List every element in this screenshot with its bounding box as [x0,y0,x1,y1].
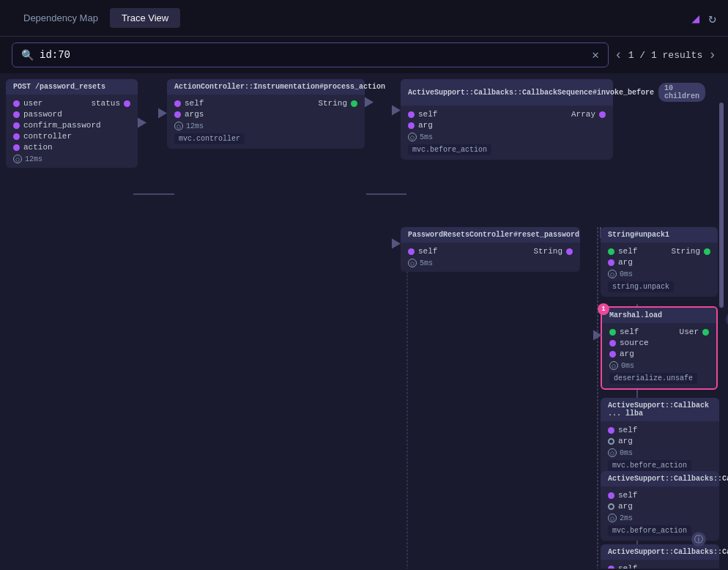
port-right: status [91,99,130,108]
dot [174,100,181,107]
arrow-in [392,239,401,249]
node-title: Marshal.load [609,311,662,319]
type-array: Array [571,110,595,119]
port-left: password [13,110,62,119]
port-row: password [13,110,130,119]
port-row: self String [608,247,710,256]
port-left: controller [13,132,72,141]
node-title: ActiveSupport::Callback ... llba [608,401,712,418]
port-row: arg [608,258,710,267]
node-active-support-callback-3[interactable]: ActiveSupport::Callbacks::Callba self ar… [601,544,719,569]
result-count: 1 / 1 results [628,50,702,61]
arrow-in [392,106,401,116]
dot-green [704,248,710,255]
port-left: self [608,564,637,569]
tab-dependency-map[interactable]: Dependency Map [12,8,110,28]
search-input[interactable] [40,49,586,61]
port-row: self User [609,327,709,336]
dot [608,566,614,569]
node-active-support-callback-1[interactable]: ActiveSupport::Callback ... llba self ar… [601,398,719,475]
dot [13,111,20,118]
port-right: String [671,247,710,256]
type-string: String [318,99,347,108]
port-row: arg [608,437,712,445]
field-self: self [620,327,639,336]
port-row: arg [609,349,709,358]
prev-result-button[interactable]: ‹ [614,48,623,62]
port-left: arg [608,437,633,445]
trace-canvas: POST /password_resets user status passwo… [0,73,728,569]
port-left: arg [608,502,633,511]
type-string: String [671,247,700,256]
clock-icon: ◯ [608,270,617,278]
tab-trace-view[interactable]: Trace View [110,8,180,28]
timing: ◯ 2ms [608,514,712,522]
node-active-support-callbacks[interactable]: ActiveSupport::Callbacks::CallbackSequen… [401,79,613,160]
node-post-password-resets[interactable]: POST /password_resets user status passwo… [6,79,138,168]
dot-status [124,100,130,107]
arrow-in [593,330,602,340]
field-arg: arg [618,502,633,511]
node-body: self Array arg ◯ 5ms mvc.before_action [401,106,613,160]
type-user: User [680,327,699,336]
timing: ◯ 12ms [174,122,357,130]
dot-purple [599,111,606,118]
timing: ◯ 0ms [608,448,712,457]
dot-purple [13,100,20,107]
refresh-icon[interactable]: ↻ [708,10,716,26]
node-title: POST /password_resets [13,83,105,91]
dot [608,259,614,266]
port-row: action [13,143,130,152]
node-body: self User source arg ◯ [602,323,716,388]
node-body: self arg ◯ 0ms mvc.before_action [601,421,719,475]
port-right: String [318,99,357,108]
search-bar: 🔍 ✕ [12,42,609,67]
port-left: arg [408,121,433,130]
node-header: ActiveSupport::Callbacks::Callba [601,544,719,560]
dot-green [702,329,709,336]
port-row: self [608,426,712,434]
field-arg: arg [620,349,634,358]
port-left: confirm_password [13,121,101,130]
dot [408,111,415,118]
tag-deserialize-unsafe: deserialize.unsafe [609,373,697,384]
tag-mvc-controller: mvc.controller [174,133,245,144]
node-string-unpack1[interactable]: String#unpack1 self String arg [601,227,718,297]
timing-value: 12ms [25,155,42,163]
clear-icon[interactable]: ✕ [592,48,599,62]
next-result-button[interactable]: › [708,48,716,62]
field-controller: controller [23,132,72,141]
node-active-support-callback-2[interactable]: ActiveSupport::Callbacks::Callba self ar… [601,471,719,541]
field-self: self [418,247,437,256]
timing: ◯ 12ms [13,155,130,163]
filter-icon[interactable]: ◢ [691,10,699,26]
type-string: String [533,247,562,256]
node-title: ActiveSupport::Callbacks::Callba [608,475,728,483]
node-password-resets-controller[interactable]: PasswordResetsController#reset_password … [401,227,580,272]
dot [408,248,415,255]
timing-value: 0ms [620,449,633,457]
port-right: User [680,327,709,336]
info-icon[interactable]: ⓘ [691,532,706,547]
port-row: confirm_password [13,121,130,130]
port-right: Array [571,110,606,119]
node-action-controller[interactable]: ActionController::Instrumentation#proces… [167,79,365,149]
dot [174,111,181,118]
node-header: PasswordResetsController#reset_password [401,227,580,243]
field-user: user [23,99,42,108]
scrollbar[interactable] [719,103,724,308]
node-title: String#unpack1 [608,231,669,239]
node-header: POST /password_resets [6,79,138,95]
node-body: self String args ◯ 12ms mvc.controller [167,95,365,149]
tag-mvc-before-action-2: mvc.before_action [608,525,691,536]
dot [609,329,616,336]
timing: ◯ 0ms [609,361,709,370]
dot-outline [608,438,614,445]
timing-value: 2ms [620,514,633,522]
field-self: self [418,110,437,119]
dot [608,427,614,434]
node-header: Marshal.load [602,308,716,323]
tag-string-unpack: string.unpack [608,281,674,292]
node-body: self String ◯ 5ms [401,243,580,272]
node-marshal-load[interactable]: Marshal.load self User source [601,306,718,390]
